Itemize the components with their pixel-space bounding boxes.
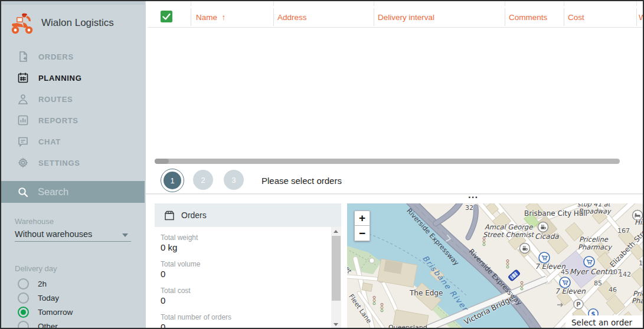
column-header-delivery-interval[interactable]: Delivery interval — [378, 13, 434, 22]
traffic-lights-icon — [506, 259, 509, 268]
field-label: Total cost — [161, 287, 191, 295]
radio-icon — [18, 321, 29, 329]
map-label: Amcal George — [485, 223, 532, 231]
routes-icon — [17, 93, 29, 105]
orders-panel-title: Orders — [181, 210, 207, 220]
header-border — [148, 27, 644, 28]
orders-panel-header: Orders — [155, 203, 341, 227]
select-all-checkbox[interactable] — [161, 11, 172, 22]
horizontal-scrollbar[interactable] — [155, 159, 620, 164]
reports-icon — [17, 114, 29, 126]
field-value: 0 — [161, 295, 165, 305]
map-label: The Edge — [410, 289, 443, 297]
sidebar-menu: ORDERS PLANNING ROUTES REPORTS — [0, 46, 146, 173]
sidebar-item-orders[interactable]: ORDERS — [0, 46, 146, 67]
step-number: 1 — [164, 172, 181, 189]
column-header-name[interactable]: Name ↑ — [196, 13, 225, 22]
scrollbar-thumb[interactable] — [332, 236, 341, 301]
traffic-lights-icon — [381, 303, 383, 311]
column-header-address[interactable]: Address — [277, 13, 307, 22]
stepper-message: Please select orders — [261, 176, 342, 186]
field-value: 0 — [161, 322, 165, 329]
scrollbar-cap — [155, 159, 169, 164]
radio-tomorrow[interactable]: Tomorrow — [0, 305, 146, 319]
map-label: 12 — [639, 260, 644, 267]
radio-other[interactable]: Other — [0, 319, 146, 329]
scroll-up-icon[interactable] — [334, 230, 338, 233]
logo-row: Wialon Logistics — [9, 9, 114, 37]
sort-asc-icon: ↑ — [222, 13, 226, 22]
chat-icon — [17, 136, 29, 147]
column-tick — [374, 1, 374, 6]
planning-icon — [17, 72, 29, 84]
sidebar-item-label: ORDERS — [38, 52, 74, 61]
scroll-down-icon[interactable] — [334, 323, 338, 326]
radio-today[interactable]: Today — [0, 291, 146, 305]
search-input[interactable]: Search — [1, 181, 145, 203]
map-label: 142 — [619, 271, 631, 278]
column-tick — [273, 1, 274, 6]
sidebar-item-label: SETTINGS — [38, 159, 80, 167]
gear-icon — [17, 157, 29, 169]
map-label: 167 — [617, 228, 630, 235]
parking-icon: P — [574, 300, 583, 309]
search-placeholder: Search — [38, 186, 68, 198]
vertical-scrollbar[interactable] — [331, 227, 341, 329]
zoom-out-button[interactable]: − — [354, 226, 370, 241]
radio-label: Other — [38, 322, 58, 329]
column-separator — [374, 8, 374, 26]
shop-icon — [560, 277, 570, 288]
sidebar-item-label: PLANNING — [38, 74, 82, 83]
sidebar-item-settings[interactable]: SETTINGS — [0, 152, 146, 173]
map-label: Hilt — [635, 219, 644, 226]
map-hint-text: Select an order — [571, 318, 632, 327]
zoom-in-button[interactable]: + — [354, 210, 370, 226]
warehouse-select[interactable]: Without warehouses — [15, 229, 92, 239]
radio-selected-icon — [18, 307, 29, 318]
map-label: 32 — [465, 205, 473, 212]
check-icon — [161, 11, 172, 22]
splitter-handle-icon[interactable]: ... — [468, 192, 478, 198]
sidebar-top-strip — [1, 1, 145, 5]
radio-label: 2h — [38, 279, 47, 288]
sidebar-item-planning[interactable]: PLANNING — [0, 67, 146, 88]
radio-label: Today — [38, 294, 59, 302]
sidebar-item-label: ROUTES — [38, 95, 73, 104]
cafe-icon — [538, 222, 548, 232]
column-separator — [273, 8, 274, 26]
search-icon — [18, 187, 28, 198]
sidebar: Wialon Logistics ORDERS PLANNING ROUTES — [0, 0, 146, 329]
map-label: Myer Centre — [570, 268, 615, 276]
panel-divider — [146, 193, 644, 194]
map-label: Queensland — [388, 324, 427, 329]
map-label: 46 — [609, 287, 617, 294]
step-2[interactable]: 2 — [193, 170, 213, 190]
map-label: Phar — [632, 297, 644, 305]
sidebar-item-label: CHAT — [38, 137, 61, 146]
cafe-icon — [520, 244, 530, 254]
svg-text:P: P — [576, 301, 580, 308]
wialon-logistics-window: Wialon Logistics ORDERS PLANNING ROUTES — [0, 0, 644, 329]
sidebar-item-chat[interactable]: CHAT — [0, 131, 146, 152]
step-1[interactable]: 1 — [161, 169, 184, 192]
map-label: Priceline — [579, 236, 608, 244]
chevron-down-icon[interactable] — [122, 233, 128, 237]
radio-icon — [18, 278, 29, 289]
map-label: Street Chemist — [483, 231, 534, 239]
warehouse-underline — [15, 241, 131, 242]
field-label: Total weight — [161, 233, 198, 242]
scooter-logo-icon — [9, 11, 34, 35]
map-label: 85 — [594, 280, 602, 287]
radio-2h[interactable]: 2h — [0, 277, 146, 291]
sidebar-item-routes[interactable]: ROUTES — [0, 88, 146, 110]
column-header-w[interactable]: W — [639, 13, 644, 22]
map-label: 45 — [561, 269, 569, 276]
column-header-comments[interactable]: Comments — [509, 13, 547, 22]
map-label: Pharmacy — [578, 244, 612, 251]
column-tick — [564, 1, 564, 6]
column-header-cost[interactable]: Cost — [568, 13, 584, 22]
sidebar-item-reports[interactable]: REPORTS — [0, 110, 146, 131]
step-3[interactable]: 3 — [224, 170, 244, 190]
column-separator — [191, 8, 191, 26]
traffic-lights-icon — [373, 296, 375, 304]
